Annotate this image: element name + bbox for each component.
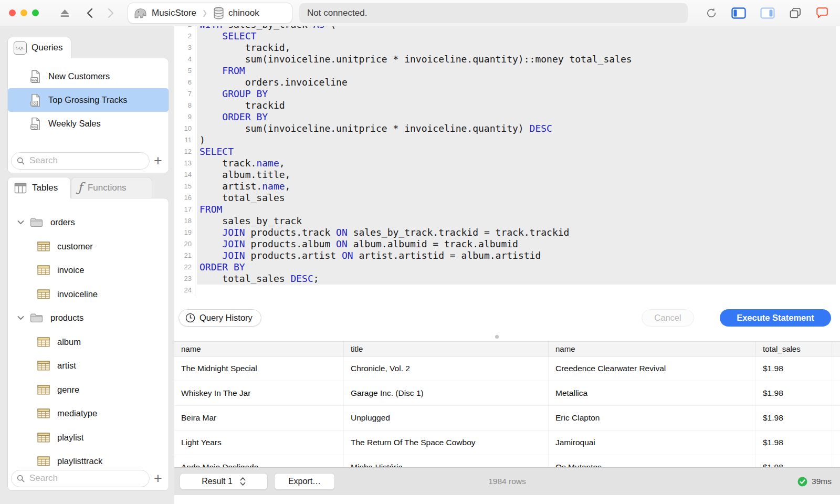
splitter-handle[interactable] xyxy=(495,335,499,339)
zoom-window-button[interactable] xyxy=(32,9,39,16)
results-column-header[interactable]: total_sales xyxy=(756,342,832,356)
code-line[interactable]: 16 total_sales xyxy=(174,192,840,204)
back-button[interactable] xyxy=(87,8,93,18)
code-line[interactable]: 10 sum(invoiceline.unitprice * invoiceli… xyxy=(174,123,840,134)
results-column-header[interactable]: name xyxy=(549,342,756,356)
results-cell[interactable]: Jamiroquai xyxy=(549,430,756,455)
code-line[interactable]: 18 sales_by_track xyxy=(174,215,840,227)
line-number: 13 xyxy=(174,158,195,169)
code-line[interactable]: 13 track.name, xyxy=(174,158,840,169)
results-cell[interactable]: Garage Inc. (Disc 1) xyxy=(344,381,549,405)
execute-statement-button[interactable]: Execute Statement xyxy=(720,309,831,327)
code-line[interactable]: 15 artist.name, xyxy=(174,181,840,192)
code-line[interactable]: 21 JOIN products.artist ON artist.artist… xyxy=(174,250,840,261)
code-line[interactable]: 14 album.title, xyxy=(174,169,840,181)
results-row[interactable]: Whiskey In The JarGarage Inc. (Disc 1)Me… xyxy=(174,381,840,406)
cancel-button[interactable]: Cancel xyxy=(642,309,694,327)
results-row[interactable]: Ando Meio DesligadoMinha HistóriaOs Muta… xyxy=(174,455,840,468)
results-row[interactable]: Beira MarUnpluggedEric Clapton$1.98 xyxy=(174,406,840,430)
table-item[interactable]: mediatype xyxy=(8,402,169,426)
results-cell[interactable]: Chronicle, Vol. 2 xyxy=(344,356,549,381)
results-cell[interactable]: $1.98 xyxy=(756,381,832,405)
sql-editor[interactable]: 1WITH sales_by_track AS (2 SELECT3 track… xyxy=(174,26,840,310)
code-line[interactable]: 17FROM xyxy=(174,204,840,215)
connection-status-field: Not connected. xyxy=(299,3,688,23)
result-selector[interactable]: Result 1 xyxy=(180,473,268,490)
table-item[interactable]: artist xyxy=(8,354,169,378)
results-cell[interactable]: Metallica xyxy=(549,381,756,405)
results-cell[interactable]: $1.98 xyxy=(756,356,832,381)
code-line[interactable]: 6 orders.invoiceline xyxy=(174,77,840,88)
queries-search-field[interactable] xyxy=(11,152,150,170)
tab-tables[interactable]: Tables xyxy=(7,177,71,198)
results-cell[interactable]: The Return Of The Space Cowboy xyxy=(344,430,549,455)
toggle-left-sidebar-icon[interactable] xyxy=(731,7,746,19)
code-line[interactable]: 2 SELECT xyxy=(174,30,840,42)
code-line[interactable]: 9 ORDER BY xyxy=(174,111,840,123)
refresh-icon[interactable] xyxy=(706,7,717,19)
results-cell[interactable]: Ando Meio Desligado xyxy=(174,455,344,468)
results-cell[interactable]: The Midnight Special xyxy=(174,356,344,381)
results-cell[interactable]: Light Years xyxy=(174,430,344,455)
results-column-header[interactable]: title xyxy=(344,342,549,356)
close-window-button[interactable] xyxy=(9,9,16,16)
code-line[interactable]: 4 sum(invoiceline.unitprice * invoicelin… xyxy=(174,54,840,65)
code-line[interactable]: 8 trackid xyxy=(174,100,840,111)
code-line[interactable]: 3 trackid, xyxy=(174,42,840,54)
toggle-right-panel-icon[interactable] xyxy=(760,7,775,19)
results-cell[interactable]: Unplugged xyxy=(344,406,549,430)
code-line[interactable]: 5 FROM xyxy=(174,65,840,77)
code-line[interactable]: 19 JOIN products.track ON sales_by_track… xyxy=(174,227,840,238)
queries-search-input[interactable] xyxy=(28,155,135,166)
code-line[interactable]: 24 xyxy=(174,285,840,296)
results-cell[interactable]: Os Mutantes xyxy=(549,455,756,468)
code-line[interactable]: 23 total_sales DESC; xyxy=(174,273,840,285)
add-query-button[interactable]: + xyxy=(154,155,162,166)
table-item[interactable]: invoiceline xyxy=(8,282,169,307)
results-cell[interactable]: $1.98 xyxy=(756,406,832,430)
code-line[interactable]: 1WITH sales_by_track AS ( xyxy=(174,26,840,30)
results-cell[interactable]: Minha História xyxy=(344,455,549,468)
table-item[interactable]: playlist xyxy=(8,426,169,450)
results-cell[interactable]: Whiskey In The Jar xyxy=(174,381,344,405)
results-cell[interactable]: Beira Mar xyxy=(174,406,344,430)
results-cell[interactable]: $1.98 xyxy=(756,430,832,455)
results-cell[interactable]: Eric Clapton xyxy=(549,406,756,430)
results-row[interactable]: The Midnight SpecialChronicle, Vol. 2Cre… xyxy=(174,356,840,381)
query-history-button[interactable]: Query History xyxy=(178,309,261,327)
chevron-down-icon[interactable] xyxy=(17,316,26,320)
overlapping-windows-icon[interactable] xyxy=(789,7,802,19)
query-item[interactable]: SQLWeekly Sales xyxy=(8,112,169,135)
feedback-bubble-icon[interactable] xyxy=(816,7,828,18)
minimize-window-button[interactable] xyxy=(20,9,27,16)
forward-button[interactable] xyxy=(108,8,114,18)
code-line[interactable]: 11) xyxy=(174,134,840,146)
results-column-header[interactable]: name xyxy=(174,342,344,356)
table-item[interactable]: customer xyxy=(8,235,169,259)
chevron-down-icon[interactable] xyxy=(17,220,26,225)
table-icon xyxy=(37,289,50,299)
query-item[interactable]: SQLNew Customers xyxy=(8,65,169,88)
tab-functions[interactable]: ƒ Functions xyxy=(71,177,152,198)
tables-search-field[interactable] xyxy=(11,470,150,487)
add-table-button[interactable]: + xyxy=(154,473,162,484)
code-line[interactable]: 12SELECT xyxy=(174,146,840,158)
tables-search-input[interactable] xyxy=(28,472,135,484)
table-item[interactable]: genre xyxy=(8,378,169,402)
schema-folder-item[interactable]: orders xyxy=(8,211,169,235)
breadcrumb-connection[interactable]: MusicStore xyxy=(128,6,202,19)
schema-folder-item[interactable]: products xyxy=(8,306,169,330)
export-button[interactable]: Export… xyxy=(274,473,335,490)
tab-queries[interactable]: SQL Queries xyxy=(7,37,71,58)
code-line[interactable]: 20 JOIN products.album ON album.albumid … xyxy=(174,238,840,250)
breadcrumb-database[interactable]: chinook xyxy=(208,7,265,19)
results-cell[interactable]: $1.98 xyxy=(756,455,832,468)
code-line[interactable]: 7 GROUP BY xyxy=(174,88,840,100)
table-item[interactable]: invoice xyxy=(8,258,169,282)
results-cell[interactable]: Creedence Clearwater Revival xyxy=(549,356,756,381)
table-item[interactable]: album xyxy=(8,330,169,354)
eject-icon[interactable] xyxy=(60,9,70,17)
query-item[interactable]: SQLTop Grossing Tracks xyxy=(8,88,169,112)
results-row[interactable]: Light YearsThe Return Of The Space Cowbo… xyxy=(174,430,840,455)
code-line[interactable]: 22ORDER BY xyxy=(174,261,840,273)
